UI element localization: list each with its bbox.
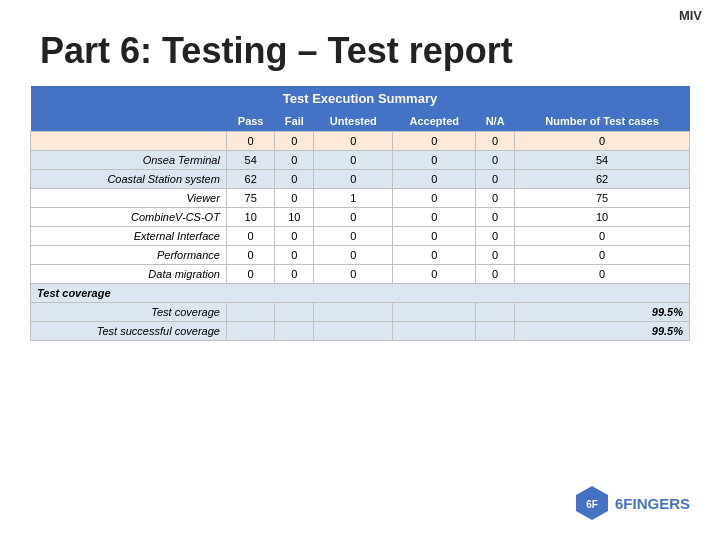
page-title: Part 6: Testing – Test report [40,30,720,72]
row-label: CombineV-CS-OT [31,208,227,227]
coverage-row: Test successful coverage99.5% [31,322,690,341]
table-row: Coastal Station system62000062 [31,170,690,189]
row-total: 0 [515,265,690,284]
table-row: External Interface000000 [31,227,690,246]
row-na: 0 [476,246,515,265]
row-pass: 0 [226,265,275,284]
row-pass: 10 [226,208,275,227]
row-fail: 0 [275,227,314,246]
row-fail: 10 [275,208,314,227]
row-accepted: 0 [393,189,476,208]
row-label: Data migration [31,265,227,284]
row-na: 0 [476,227,515,246]
coverage-value: 99.5% [515,303,690,322]
section-label-row: Test coverage [31,284,690,303]
table-main-header: Test Execution Summary [31,86,690,111]
row-pass: 62 [226,170,275,189]
test-execution-table: Test Execution Summary Pass Fail Unteste… [30,86,690,341]
row-fail: 0 [275,189,314,208]
row-untested: 0 [314,265,393,284]
row-untested: 0 [314,246,393,265]
coverage-row: Test coverage99.5% [31,303,690,322]
row-untested: 0 [314,208,393,227]
row-total: 0 [515,227,690,246]
row-pass: 54 [226,151,275,170]
row-untested: 1 [314,189,393,208]
col-header-fail: Fail [275,111,314,132]
col-header-pass: Pass [226,111,275,132]
row-untested: 0 [314,151,393,170]
row-accepted: 0 [393,246,476,265]
row-fail: 0 [275,246,314,265]
brand-label: MIV [679,8,702,23]
coverage-row-label: Test coverage [31,303,227,322]
row-na: 0 [476,151,515,170]
logo-text: 6FINGERS [615,495,690,512]
row-untested: 0 [314,132,393,151]
row-untested: 0 [314,170,393,189]
row-total: 54 [515,151,690,170]
coverage-value: 99.5% [515,322,690,341]
col-header-accepted: Accepted [393,111,476,132]
row-total: 0 [515,132,690,151]
row-accepted: 0 [393,151,476,170]
table-row: Viewer75010075 [31,189,690,208]
row-na: 0 [476,189,515,208]
row-label: Onsea Terminal [31,151,227,170]
row-total: 0 [515,246,690,265]
row-accepted: 0 [393,227,476,246]
row-accepted: 0 [393,170,476,189]
row-pass: 0 [226,132,275,151]
coverage-row-label: Test successful coverage [31,322,227,341]
table-row: Onsea Terminal54000054 [31,151,690,170]
col-header-label [31,111,227,132]
row-pass: 0 [226,227,275,246]
row-pass: 75 [226,189,275,208]
row-label [31,132,227,151]
row-label: Viewer [31,189,227,208]
row-label: Coastal Station system [31,170,227,189]
row-label: External Interface [31,227,227,246]
row-fail: 0 [275,170,314,189]
row-na: 0 [476,132,515,151]
row-total: 10 [515,208,690,227]
row-pass: 0 [226,246,275,265]
col-header-untested: Untested [314,111,393,132]
logo-icon: 6F [573,484,611,522]
logo-area: 6F 6FINGERS [573,484,690,522]
svg-text:6F: 6F [586,499,598,510]
row-label: Performance [31,246,227,265]
row-untested: 0 [314,227,393,246]
row-accepted: 0 [393,265,476,284]
row-total: 62 [515,170,690,189]
row-fail: 0 [275,151,314,170]
col-header-na: N/A [476,111,515,132]
table-row: Data migration000000 [31,265,690,284]
table-row: CombineV-CS-OT101000010 [31,208,690,227]
row-total: 75 [515,189,690,208]
table-row: Performance000000 [31,246,690,265]
row-fail: 0 [275,265,314,284]
row-accepted: 0 [393,132,476,151]
table-container: Test Execution Summary Pass Fail Unteste… [30,86,690,341]
row-accepted: 0 [393,208,476,227]
table-row: 000000 [31,132,690,151]
row-fail: 0 [275,132,314,151]
col-header-total: Number of Test cases [515,111,690,132]
row-na: 0 [476,208,515,227]
row-na: 0 [476,170,515,189]
row-na: 0 [476,265,515,284]
